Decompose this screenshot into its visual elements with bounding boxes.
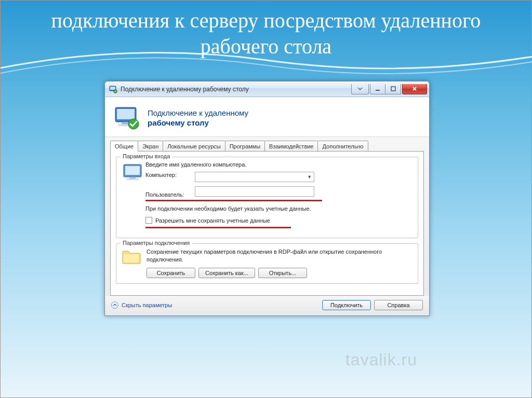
- connection-legend: Параметры подключения: [121, 240, 192, 246]
- window-controls: [350, 84, 427, 94]
- window-title: Подключение к удаленному рабочему столу: [121, 86, 350, 93]
- help-button[interactable]: Справка: [374, 300, 423, 310]
- footer-bar: Скрыть параметры Подключить Справка: [105, 296, 429, 315]
- computer-combobox[interactable]: ▼: [195, 172, 314, 182]
- open-button[interactable]: Открыть...: [258, 268, 307, 278]
- tab-body-general: Параметры входа Введите имя удаленного: [110, 151, 424, 296]
- svg-rect-11: [125, 166, 140, 175]
- connection-fieldset: Параметры подключения Сохранение текущих…: [116, 243, 418, 284]
- minimize-icon: [375, 86, 381, 92]
- svg-rect-1: [110, 87, 115, 90]
- tab-strip: Общие Экран Локальные ресурсы Программы …: [110, 141, 424, 152]
- minimize-button[interactable]: [370, 84, 385, 94]
- slide-title: подключения к серверу посредством удален…: [22, 8, 510, 60]
- user-input[interactable]: [195, 186, 314, 197]
- tab-experience[interactable]: Взаимодействие: [264, 141, 318, 152]
- folder-icon: [122, 248, 141, 265]
- remember-checkbox[interactable]: Разрешить мне сохранять учетные данные: [145, 217, 270, 224]
- hide-params-label: Скрыть параметры: [122, 302, 172, 308]
- svg-point-2: [114, 89, 117, 92]
- chevron-down-icon: [357, 86, 363, 92]
- header-line1: Подключение к удаленному: [148, 108, 248, 118]
- header-panel: Подключение к удаленному рабочему столу: [105, 97, 429, 137]
- header-line2: рабочему столу: [148, 118, 248, 128]
- connection-text: Сохранение текущих параметров подключени…: [147, 248, 413, 264]
- rdp-window: Подключение к удаленному рабочему столу: [104, 81, 430, 316]
- tab-advanced[interactable]: Дополнительно: [317, 141, 368, 152]
- slide-background: подключения к серверу посредством удален…: [0, 0, 532, 398]
- header-text: Подключение к удаленному рабочему столу: [148, 108, 248, 128]
- tab-local-resources[interactable]: Локальные ресурсы: [163, 141, 225, 152]
- watermark: tavalik.ru: [345, 350, 417, 369]
- checkbox-icon: [145, 217, 152, 224]
- hide-params-link[interactable]: Скрыть параметры: [111, 301, 172, 309]
- chevron-down-icon: ▼: [307, 174, 312, 180]
- computer-icon: [122, 161, 145, 232]
- save-as-button[interactable]: Сохранить как...: [198, 268, 255, 278]
- app-icon: [109, 85, 117, 93]
- login-fieldset: Параметры входа Введите имя удаленного: [116, 157, 418, 238]
- remember-label: Разрешить мне сохранять учетные данные: [155, 217, 270, 224]
- svg-rect-4: [391, 87, 395, 91]
- pin-button[interactable]: [351, 84, 369, 94]
- close-icon: [411, 86, 418, 92]
- login-intro: Введите имя удаленного компьютера.: [145, 161, 413, 168]
- client-area: Общие Экран Локальные ресурсы Программы …: [105, 137, 429, 296]
- connect-button[interactable]: Подключить: [322, 300, 371, 310]
- svg-rect-3: [376, 90, 380, 91]
- maximize-button[interactable]: [385, 84, 401, 94]
- collapse-arrow-icon: [111, 301, 118, 309]
- login-legend: Параметры входа: [121, 153, 172, 159]
- user-label: Пользователь:: [145, 191, 193, 198]
- tab-display[interactable]: Экран: [138, 141, 163, 152]
- close-button[interactable]: [402, 84, 427, 94]
- save-button[interactable]: Сохранить: [147, 268, 195, 278]
- maximize-icon: [390, 86, 396, 92]
- titlebar[interactable]: Подключение к удаленному рабочему столу: [105, 81, 429, 97]
- rdp-logo-icon: [113, 104, 140, 131]
- tab-programs[interactable]: Программы: [225, 141, 265, 152]
- computer-label: Компьютер:: [145, 172, 193, 178]
- login-hint: При подключении необходимо будет указать…: [145, 205, 413, 212]
- svg-rect-12: [129, 177, 136, 179]
- svg-rect-13: [126, 179, 139, 180]
- svg-rect-6: [117, 109, 135, 119]
- tab-general[interactable]: Общие: [110, 141, 138, 152]
